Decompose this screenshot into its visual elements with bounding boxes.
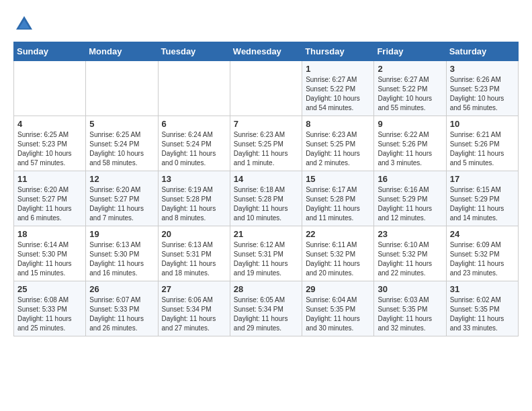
day-number: 10 [450, 119, 515, 129]
calendar-cell [158, 61, 230, 116]
calendar-cell: 10Sunrise: 6:21 AM Sunset: 5:26 PM Dayli… [446, 116, 518, 171]
day-number: 2 [378, 64, 442, 74]
calendar-table: SundayMondayTuesdayWednesdayThursdayFrid… [13, 42, 519, 336]
day-number: 28 [234, 284, 298, 294]
cell-info: Sunrise: 6:15 AM Sunset: 5:29 PM Dayligh… [450, 185, 515, 223]
calendar-cell: 27Sunrise: 6:06 AM Sunset: 5:34 PM Dayli… [158, 281, 230, 336]
day-number: 23 [378, 229, 442, 239]
header-wednesday: Wednesday [230, 42, 302, 61]
header-saturday: Saturday [446, 42, 518, 61]
cell-info: Sunrise: 6:12 AM Sunset: 5:31 PM Dayligh… [234, 240, 298, 278]
cell-info: Sunrise: 6:04 AM Sunset: 5:35 PM Dayligh… [306, 295, 370, 333]
day-number: 18 [17, 229, 82, 239]
calendar-week-5: 25Sunrise: 6:08 AM Sunset: 5:33 PM Dayli… [14, 281, 519, 336]
cell-info: Sunrise: 6:03 AM Sunset: 5:35 PM Dayligh… [378, 295, 442, 333]
cell-info: Sunrise: 6:18 AM Sunset: 5:28 PM Dayligh… [234, 185, 298, 223]
calendar-cell: 15Sunrise: 6:17 AM Sunset: 5:28 PM Dayli… [302, 171, 374, 226]
day-number: 5 [89, 119, 154, 129]
cell-info: Sunrise: 6:20 AM Sunset: 5:27 PM Dayligh… [89, 185, 154, 223]
cell-info: Sunrise: 6:13 AM Sunset: 5:31 PM Dayligh… [162, 240, 226, 278]
cell-info: Sunrise: 6:26 AM Sunset: 5:23 PM Dayligh… [450, 75, 515, 113]
calendar-cell: 20Sunrise: 6:13 AM Sunset: 5:31 PM Dayli… [158, 226, 230, 281]
day-number: 11 [17, 174, 82, 184]
calendar-cell: 25Sunrise: 6:08 AM Sunset: 5:33 PM Dayli… [14, 281, 86, 336]
calendar-cell: 2Sunrise: 6:27 AM Sunset: 5:22 PM Daylig… [374, 61, 446, 116]
day-number: 8 [306, 119, 370, 129]
cell-info: Sunrise: 6:22 AM Sunset: 5:26 PM Dayligh… [378, 130, 442, 168]
day-number: 16 [378, 174, 442, 184]
calendar-cell: 11Sunrise: 6:20 AM Sunset: 5:27 PM Dayli… [14, 171, 86, 226]
cell-info: Sunrise: 6:23 AM Sunset: 5:25 PM Dayligh… [234, 130, 298, 168]
cell-info: Sunrise: 6:27 AM Sunset: 5:22 PM Dayligh… [378, 75, 442, 113]
cell-info: Sunrise: 6:10 AM Sunset: 5:32 PM Dayligh… [378, 240, 442, 278]
calendar-cell: 17Sunrise: 6:15 AM Sunset: 5:29 PM Dayli… [446, 171, 518, 226]
day-number: 14 [234, 174, 298, 184]
header-sunday: Sunday [14, 42, 86, 61]
header-tuesday: Tuesday [158, 42, 230, 61]
header-friday: Friday [374, 42, 446, 61]
cell-info: Sunrise: 6:27 AM Sunset: 5:22 PM Dayligh… [306, 75, 370, 113]
day-number: 4 [17, 119, 82, 129]
cell-info: Sunrise: 6:25 AM Sunset: 5:23 PM Dayligh… [17, 130, 82, 168]
day-number: 6 [162, 119, 226, 129]
calendar-cell: 28Sunrise: 6:05 AM Sunset: 5:34 PM Dayli… [230, 281, 302, 336]
calendar-cell [86, 61, 158, 116]
calendar-cell: 13Sunrise: 6:19 AM Sunset: 5:28 PM Dayli… [158, 171, 230, 226]
calendar-cell: 14Sunrise: 6:18 AM Sunset: 5:28 PM Dayli… [230, 171, 302, 226]
calendar-cell: 4Sunrise: 6:25 AM Sunset: 5:23 PM Daylig… [14, 116, 86, 171]
calendar-cell: 31Sunrise: 6:02 AM Sunset: 5:35 PM Dayli… [446, 281, 518, 336]
calendar-cell: 19Sunrise: 6:13 AM Sunset: 5:30 PM Dayli… [86, 226, 158, 281]
cell-info: Sunrise: 6:09 AM Sunset: 5:32 PM Dayligh… [450, 240, 515, 278]
cell-info: Sunrise: 6:16 AM Sunset: 5:29 PM Dayligh… [378, 185, 442, 223]
calendar-cell: 8Sunrise: 6:23 AM Sunset: 5:25 PM Daylig… [302, 116, 374, 171]
cell-info: Sunrise: 6:05 AM Sunset: 5:34 PM Dayligh… [234, 295, 298, 333]
day-number: 1 [306, 64, 370, 74]
cell-info: Sunrise: 6:14 AM Sunset: 5:30 PM Dayligh… [17, 240, 82, 278]
cell-info: Sunrise: 6:11 AM Sunset: 5:32 PM Dayligh… [306, 240, 370, 278]
day-number: 31 [450, 284, 515, 294]
day-number: 21 [234, 229, 298, 239]
cell-info: Sunrise: 6:06 AM Sunset: 5:34 PM Dayligh… [162, 295, 226, 333]
calendar-cell: 1Sunrise: 6:27 AM Sunset: 5:22 PM Daylig… [302, 61, 374, 116]
cell-info: Sunrise: 6:13 AM Sunset: 5:30 PM Dayligh… [89, 240, 154, 278]
cell-info: Sunrise: 6:19 AM Sunset: 5:28 PM Dayligh… [162, 185, 226, 223]
day-number: 27 [162, 284, 226, 294]
page-header [13, 13, 519, 35]
logo [13, 13, 39, 35]
calendar-week-1: 1Sunrise: 6:27 AM Sunset: 5:22 PM Daylig… [14, 61, 519, 116]
calendar-cell [230, 61, 302, 116]
calendar-cell: 24Sunrise: 6:09 AM Sunset: 5:32 PM Dayli… [446, 226, 518, 281]
calendar-cell: 30Sunrise: 6:03 AM Sunset: 5:35 PM Dayli… [374, 281, 446, 336]
calendar-week-4: 18Sunrise: 6:14 AM Sunset: 5:30 PM Dayli… [14, 226, 519, 281]
cell-info: Sunrise: 6:24 AM Sunset: 5:24 PM Dayligh… [162, 130, 226, 168]
day-number: 20 [162, 229, 226, 239]
cell-info: Sunrise: 6:08 AM Sunset: 5:33 PM Dayligh… [17, 295, 82, 333]
calendar-cell: 18Sunrise: 6:14 AM Sunset: 5:30 PM Dayli… [14, 226, 86, 281]
day-number: 30 [378, 284, 442, 294]
calendar-week-3: 11Sunrise: 6:20 AM Sunset: 5:27 PM Dayli… [14, 171, 519, 226]
header-monday: Monday [86, 42, 158, 61]
calendar-week-2: 4Sunrise: 6:25 AM Sunset: 5:23 PM Daylig… [14, 116, 519, 171]
calendar-cell: 9Sunrise: 6:22 AM Sunset: 5:26 PM Daylig… [374, 116, 446, 171]
day-number: 17 [450, 174, 515, 184]
calendar-cell: 7Sunrise: 6:23 AM Sunset: 5:25 PM Daylig… [230, 116, 302, 171]
day-number: 24 [450, 229, 515, 239]
calendar-cell: 6Sunrise: 6:24 AM Sunset: 5:24 PM Daylig… [158, 116, 230, 171]
day-number: 25 [17, 284, 82, 294]
cell-info: Sunrise: 6:07 AM Sunset: 5:33 PM Dayligh… [89, 295, 154, 333]
calendar-cell: 3Sunrise: 6:26 AM Sunset: 5:23 PM Daylig… [446, 61, 518, 116]
day-number: 22 [306, 229, 370, 239]
cell-info: Sunrise: 6:21 AM Sunset: 5:26 PM Dayligh… [450, 130, 515, 168]
calendar-cell [14, 61, 86, 116]
calendar-cell: 22Sunrise: 6:11 AM Sunset: 5:32 PM Dayli… [302, 226, 374, 281]
cell-info: Sunrise: 6:25 AM Sunset: 5:24 PM Dayligh… [89, 130, 154, 168]
day-number: 7 [234, 119, 298, 129]
calendar-cell: 16Sunrise: 6:16 AM Sunset: 5:29 PM Dayli… [374, 171, 446, 226]
calendar-cell: 26Sunrise: 6:07 AM Sunset: 5:33 PM Dayli… [86, 281, 158, 336]
day-number: 29 [306, 284, 370, 294]
calendar-cell: 21Sunrise: 6:12 AM Sunset: 5:31 PM Dayli… [230, 226, 302, 281]
cell-info: Sunrise: 6:23 AM Sunset: 5:25 PM Dayligh… [306, 130, 370, 168]
day-number: 12 [89, 174, 154, 184]
calendar-cell: 23Sunrise: 6:10 AM Sunset: 5:32 PM Dayli… [374, 226, 446, 281]
calendar-cell: 5Sunrise: 6:25 AM Sunset: 5:24 PM Daylig… [86, 116, 158, 171]
